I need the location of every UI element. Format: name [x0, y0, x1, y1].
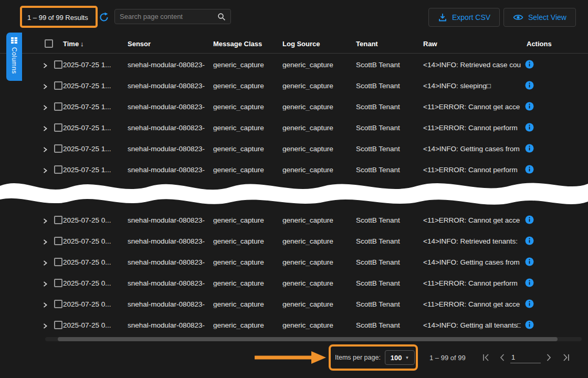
row-info-button[interactable]	[525, 257, 534, 266]
row-info-button[interactable]	[525, 320, 534, 329]
cell-log-source: generic_capture	[282, 166, 352, 174]
cell-sensor: snehal-modular-080823-	[128, 103, 211, 111]
horizontal-scrollbar-thumb[interactable]	[58, 337, 558, 341]
first-page-icon	[480, 352, 491, 363]
column-header-time-label: Time	[63, 39, 79, 47]
expand-chevron-icon[interactable]	[42, 124, 48, 131]
row-checkbox[interactable]	[54, 81, 62, 90]
table-row: 2025-07-25 0... snehal-modular-080823- g…	[0, 251, 588, 272]
select-view-button[interactable]: Select View	[503, 8, 576, 27]
search-input[interactable]	[120, 13, 217, 20]
cell-message-class: generic_capture	[213, 61, 279, 69]
cell-raw: <11>ERROR: Cannot get acce	[423, 103, 521, 111]
row-info-button[interactable]	[525, 236, 534, 245]
cell-message-class: generic_capture	[213, 300, 279, 308]
cell-message-class: generic_capture	[213, 103, 279, 111]
info-icon	[525, 81, 534, 90]
cell-tenant: ScottB Tenant	[356, 82, 420, 90]
last-page-button[interactable]	[560, 351, 573, 364]
cell-tenant: ScottB Tenant	[356, 124, 420, 132]
row-checkbox[interactable]	[54, 279, 62, 287]
cell-time: 2025-07-25 0...	[63, 258, 125, 266]
columns-tab[interactable]: Columns	[6, 33, 22, 81]
row-checkbox[interactable]	[54, 60, 62, 69]
expand-chevron-icon[interactable]	[42, 301, 48, 307]
info-icon	[525, 278, 534, 287]
export-csv-button[interactable]: Export CSV	[428, 8, 500, 27]
cell-tenant: ScottB Tenant	[356, 321, 420, 329]
table-row: 2025-07-25 0... snehal-modular-080823- g…	[0, 314, 588, 335]
cell-tenant: ScottB Tenant	[356, 279, 420, 287]
cell-sensor: snehal-modular-080823-	[128, 258, 211, 266]
cell-log-source: generic_capture	[282, 61, 352, 69]
select-view-label: Select View	[528, 13, 566, 22]
cell-raw: <14>INFO: Getting all tenants□	[423, 321, 521, 329]
expand-chevron-icon[interactable]	[42, 238, 48, 244]
table-row: 2025-07-25 1... snehal-modular-080823- g…	[0, 54, 588, 75]
cell-sensor: snehal-modular-080823-	[128, 145, 211, 153]
expand-chevron-icon[interactable]	[42, 280, 48, 286]
cell-message-class: generic_capture	[213, 145, 279, 153]
cell-log-source: generic_capture	[282, 279, 352, 287]
cell-log-source: generic_capture	[282, 258, 352, 266]
pagination-range: 1 – 99 of 99	[429, 354, 466, 362]
row-info-button[interactable]	[525, 165, 534, 174]
cell-time: 2025-07-25 1...	[63, 124, 125, 132]
row-checkbox[interactable]	[54, 216, 62, 224]
cell-raw: <14>INFO: Retrieved case cou	[423, 61, 521, 69]
column-header-time[interactable]: Time↓	[63, 39, 84, 47]
page-number-input[interactable]	[510, 352, 541, 363]
row-info-button[interactable]	[525, 299, 534, 308]
row-checkbox[interactable]	[54, 195, 62, 203]
cell-log-source: generic_capture	[282, 82, 352, 90]
row-checkbox[interactable]	[54, 258, 62, 266]
row-checkbox[interactable]	[54, 123, 62, 132]
expand-chevron-icon[interactable]	[42, 166, 48, 173]
expand-chevron-icon[interactable]	[42, 322, 48, 328]
cell-tenant: ScottB Tenant	[356, 166, 420, 174]
cell-message-class: generic_capture	[213, 279, 279, 287]
cell-sensor: snehal-modular-080823-	[128, 300, 211, 308]
info-icon	[525, 320, 534, 329]
items-per-page-select[interactable]: 100 ▼	[385, 350, 415, 365]
row-info-button[interactable]	[525, 60, 534, 69]
last-page-icon	[561, 352, 572, 363]
cell-message-class: generic_capture	[213, 82, 279, 90]
cell-sensor: snehal-modular-080823-	[128, 216, 211, 224]
row-info-button[interactable]	[525, 102, 534, 111]
table-row: 2025-07-25 1... snehal-modular-080823- g…	[0, 117, 588, 138]
row-checkbox[interactable]	[54, 300, 62, 308]
row-info-button[interactable]	[525, 81, 534, 90]
expand-chevron-icon[interactable]	[42, 259, 48, 265]
expand-chevron-icon[interactable]	[42, 82, 48, 89]
expand-chevron-icon[interactable]	[42, 217, 48, 223]
table-row: 2025-07-25 1... snehal-modular-080823- g…	[0, 159, 588, 180]
row-info-button[interactable]	[525, 278, 534, 287]
row-checkbox[interactable]	[54, 165, 62, 174]
previous-page-button[interactable]	[496, 351, 509, 364]
info-icon	[525, 165, 534, 174]
row-info-button[interactable]	[525, 215, 534, 224]
info-icon	[525, 257, 534, 266]
table-row: 2025-07-25 1... snehal-modular-080823- g…	[0, 75, 588, 96]
cell-raw: <14>INFO: Getting cases from	[423, 258, 521, 266]
expand-chevron-icon[interactable]	[42, 61, 48, 68]
cell-tenant: ScottB Tenant	[356, 145, 420, 153]
row-info-button[interactable]	[525, 123, 534, 132]
horizontal-scrollbar-track[interactable]	[45, 337, 582, 341]
first-page-button[interactable]	[479, 351, 492, 364]
expand-chevron-icon[interactable]	[42, 145, 48, 152]
log-rows-top: 2025-07-25 1... snehal-modular-080823- g…	[0, 54, 588, 180]
refresh-button[interactable]	[98, 12, 110, 24]
select-all-checkbox[interactable]	[45, 39, 53, 48]
table-row-partial	[0, 188, 588, 209]
row-checkbox[interactable]	[54, 321, 62, 329]
next-page-button[interactable]	[542, 351, 555, 364]
row-info-button[interactable]	[525, 144, 534, 153]
expand-chevron-icon[interactable]	[42, 196, 48, 202]
row-checkbox[interactable]	[54, 144, 62, 153]
cell-log-source: generic_capture	[282, 300, 352, 308]
row-checkbox[interactable]	[54, 237, 62, 245]
expand-chevron-icon[interactable]	[42, 103, 48, 110]
row-checkbox[interactable]	[54, 102, 62, 111]
